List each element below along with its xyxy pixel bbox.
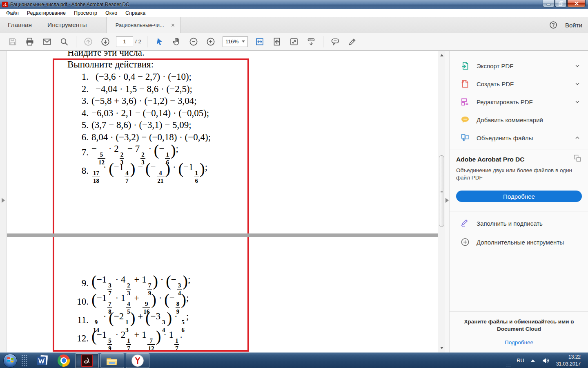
- tools-pane-toggle-icon[interactable]: [445, 198, 449, 203]
- sidebar-tools-list: Экспорт PDFСоздать PDFРедактировать PDFД…: [450, 57, 588, 147]
- footer-text: Храните файлы и обменивайтесь ими в Docu…: [462, 318, 576, 333]
- taskbar: RU 13:22 31.03.2017: [0, 352, 588, 368]
- word-taskbar-icon[interactable]: [34, 353, 51, 368]
- system-tray: RU 13:22 31.03.2017: [506, 354, 588, 367]
- search-icon[interactable]: [57, 35, 71, 49]
- chevron-down-icon[interactable]: [574, 99, 581, 105]
- nav-pane-toggle-icon[interactable]: [2, 198, 5, 203]
- page-number-input[interactable]: [116, 36, 133, 47]
- scroll-up-icon[interactable]: [440, 54, 443, 56]
- zoom-level-select[interactable]: 116%: [223, 36, 248, 47]
- clock-date: 31.03.2017: [556, 361, 581, 367]
- page-total-label: / 2: [135, 38, 141, 45]
- toolbar-panel-icon[interactable]: [304, 35, 318, 49]
- sidebar-tool-add-comment[interactable]: Добавить комментарий: [450, 111, 588, 129]
- menu-edit[interactable]: Редактирование: [23, 9, 70, 17]
- toolbar: / 2 116%: [0, 33, 588, 51]
- fill-sign-icon: [460, 218, 470, 228]
- fit-width-icon[interactable]: [253, 35, 267, 49]
- fullscreen-icon[interactable]: [287, 35, 301, 49]
- menu-window[interactable]: Окно: [101, 9, 121, 17]
- acrobat-icon: [81, 355, 93, 367]
- chevron-up-icon[interactable]: [574, 135, 581, 141]
- learn-more-button[interactable]: Подробнее: [456, 191, 582, 202]
- sign-in-button[interactable]: Войти: [565, 22, 582, 29]
- fit-page-icon[interactable]: [270, 35, 284, 49]
- sidebar-tool-add-tools[interactable]: Дополнительные инструменты: [450, 233, 588, 251]
- chevron-down-icon: [242, 40, 245, 43]
- tool-label: Дополнительные инструменты: [477, 239, 581, 246]
- sidebar-tool-create-pdf[interactable]: Создать PDF: [450, 75, 588, 93]
- yandex-icon: [131, 355, 144, 367]
- sidebar-tool-fill-sign[interactable]: Заполнить и подписать: [450, 214, 588, 233]
- chevron-none-icon: [574, 117, 581, 123]
- clock-time: 13:22: [556, 354, 581, 360]
- toolbar-separator: [76, 36, 76, 47]
- chevron-down-icon[interactable]: [574, 63, 581, 69]
- export-pdf-icon: [460, 61, 470, 71]
- pdf-pages[interactable]: Найдите эти числа. Выполните действия: 1…: [7, 51, 438, 352]
- menu-help[interactable]: Справка: [121, 9, 149, 17]
- select-tool-icon[interactable]: [152, 35, 166, 49]
- tool-label: Создать PDF: [477, 81, 574, 88]
- navigation-pane-strip: [0, 51, 7, 352]
- menu-bar: ФайлРедактированиеПросмотрОкноСправка: [0, 9, 588, 17]
- zoom-in-icon[interactable]: [204, 35, 218, 49]
- explorer-icon: [106, 355, 119, 366]
- promo-description: Объединение двух или более файлов в один…: [456, 167, 572, 182]
- close-button[interactable]: [567, 0, 586, 7]
- title-bar: Рациональные-числа.pdf - Adobe Acrobat R…: [0, 0, 588, 9]
- footer-learn-more-link[interactable]: Подробнее: [505, 339, 533, 346]
- language-indicator[interactable]: RU: [517, 357, 524, 364]
- save-icon[interactable]: [6, 35, 20, 49]
- next-page-icon[interactable]: [98, 35, 112, 49]
- tab-tools[interactable]: Инструменты: [40, 17, 95, 33]
- menu-file[interactable]: Файл: [2, 9, 23, 17]
- explorer-taskbar-button[interactable]: [100, 353, 124, 368]
- page-separator: [7, 233, 438, 237]
- sidebar-tool-export-pdf[interactable]: Экспорт PDF: [450, 57, 588, 75]
- clock[interactable]: 13:22 31.03.2017: [556, 354, 584, 367]
- sidebar-tool-combine-files[interactable]: Объединить файлы: [450, 129, 588, 147]
- previous-page-icon: [81, 35, 95, 49]
- tools-panel: Экспорт PDFСоздать PDFРедактировать PDFД…: [449, 51, 588, 352]
- acrobat-app-icon: [2, 2, 8, 7]
- zoom-level-value: 116%: [225, 38, 242, 45]
- tray-handle: [506, 355, 511, 366]
- print-icon[interactable]: [23, 35, 37, 49]
- tool-label: Экспорт PDF: [477, 63, 574, 70]
- promo-title: Adobe Acrobat Pro DC: [456, 156, 581, 163]
- tray-expand-icon[interactable]: [531, 359, 535, 362]
- acrobat-taskbar-button[interactable]: [75, 353, 99, 368]
- tab-home[interactable]: Главная: [0, 17, 40, 33]
- yandex-taskbar-button[interactable]: [126, 353, 149, 368]
- add-tools-icon: [460, 237, 470, 247]
- chrome-taskbar-icon[interactable]: [56, 353, 72, 368]
- comment-icon[interactable]: [328, 35, 342, 49]
- scroll-down-icon[interactable]: [440, 347, 443, 349]
- zoom-out-icon[interactable]: [187, 35, 200, 49]
- tools-pane-strip: [445, 51, 449, 352]
- tab-document[interactable]: Рациональные-чи...: [106, 17, 180, 33]
- email-icon[interactable]: [40, 35, 54, 49]
- document-area: Найдите эти числа. Выполните действия: 1…: [0, 51, 445, 352]
- start-button[interactable]: [3, 354, 17, 368]
- vertical-scrollbar[interactable]: [438, 51, 445, 352]
- hand-tool-icon[interactable]: [169, 35, 183, 49]
- highlighter-icon[interactable]: [345, 35, 359, 49]
- combine-files-icon: [460, 133, 470, 143]
- panel-divider: [450, 311, 588, 312]
- tab-close-icon[interactable]: [170, 22, 176, 28]
- restore-button[interactable]: [555, 0, 567, 7]
- chevron-down-icon[interactable]: [574, 81, 581, 87]
- sidebar-tool-edit-pdf[interactable]: Редактировать PDF: [450, 93, 588, 111]
- scrollbar-thumb[interactable]: [439, 155, 444, 227]
- edit-pdf-icon: [460, 97, 470, 107]
- toolbar-separator: [147, 36, 147, 47]
- help-icon[interactable]: [549, 20, 558, 29]
- tool-label: Заполнить и подписать: [477, 220, 581, 227]
- minimize-button[interactable]: [543, 0, 555, 7]
- volume-icon[interactable]: [541, 356, 550, 365]
- menu-view[interactable]: Просмотр: [70, 9, 101, 17]
- screen: { "window": { "title": "Рациональные-чис…: [0, 0, 588, 368]
